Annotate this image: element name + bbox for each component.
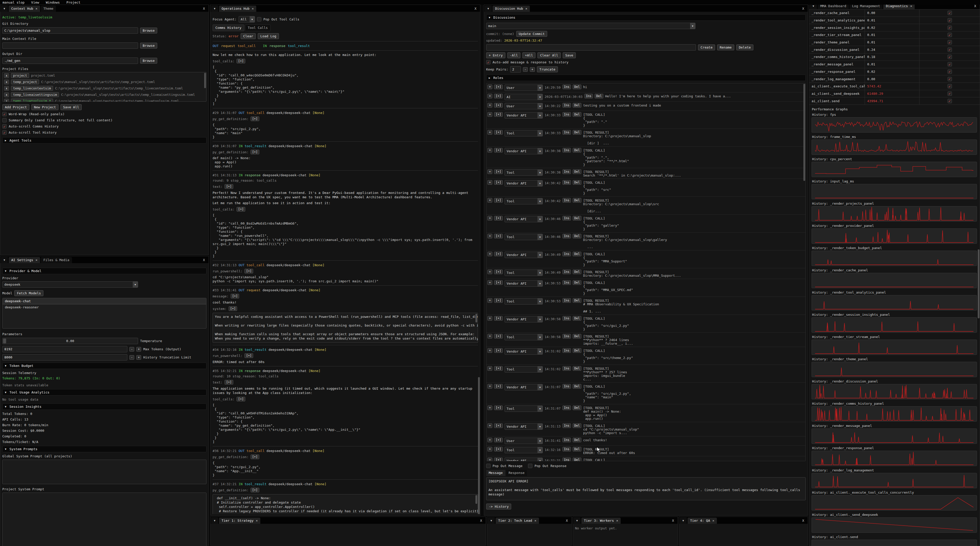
expand-entry-button[interactable]: [+] <box>494 384 503 389</box>
role-select[interactable]: Tool▼ <box>504 270 543 276</box>
scroll-box[interactable]: You are a helpful coding assistant with … <box>213 313 478 343</box>
provider-select[interactable]: deepseek▼ <box>2 281 138 288</box>
new-project-button[interactable]: New Project <box>32 104 59 110</box>
role-select[interactable]: Vendor API▼ <box>504 348 543 354</box>
role-select[interactable]: User▼ <box>504 103 543 109</box>
menu-item-view[interactable]: View <box>31 0 39 4</box>
delete-entry-button[interactable]: Del <box>573 216 581 220</box>
insert-button[interactable]: Ins <box>563 130 571 135</box>
timing-checkbox[interactable]: ✓ <box>948 11 952 15</box>
delete-entry-button[interactable]: Del <box>573 366 581 371</box>
truncation-plus-button[interactable]: + <box>136 355 141 360</box>
expand-button[interactable]: [+] <box>245 353 253 358</box>
role-select[interactable]: Vendor API▼ <box>504 316 543 322</box>
role-select[interactable]: Tool▼ <box>504 298 543 305</box>
add-entry-button[interactable]: + <box>487 366 492 371</box>
delete-entry-button[interactable]: Del <box>573 458 581 461</box>
tab-tool-calls[interactable]: Tool Calls <box>245 24 270 31</box>
keep-pairs-input[interactable]: 2 <box>510 66 521 73</box>
panel-menu-icon[interactable]: ▼ <box>573 517 581 524</box>
delete-entry-button[interactable]: Del <box>595 94 603 98</box>
delete-entry-button[interactable]: Del <box>573 384 581 389</box>
keep-pairs-minus-button[interactable]: - <box>523 67 528 72</box>
token-budget-header[interactable]: ▼Token Budget <box>2 362 207 369</box>
expand-entry-button[interactable]: [+] <box>494 252 503 256</box>
add-entry-button[interactable]: + <box>487 94 492 98</box>
expand-entry-button[interactable]: [+] <box>494 103 503 108</box>
word-wrap-read-only-panels-checkbox[interactable]: ✓ <box>2 112 6 116</box>
delete-entry-button[interactable]: Del <box>573 298 581 303</box>
expand-entry-button[interactable]: [+] <box>494 216 503 220</box>
model-item-deepseek-reasoner[interactable]: deepseek-reasoner <box>3 304 206 310</box>
to-history-button[interactable]: -> History <box>486 504 511 509</box>
tab-discussion-hub[interactable]: Discussion Hub× <box>493 6 530 12</box>
delete-button[interactable]: Delete <box>736 45 753 50</box>
add-entry-button[interactable]: + <box>487 169 492 174</box>
tab-tier-1-strategy[interactable]: Tier 1: Strategy× <box>219 518 260 524</box>
tool-usage-header[interactable]: ▼Tool Usage Analytics <box>2 389 207 396</box>
expand-entry-button[interactable]: [+] <box>494 280 503 285</box>
tab-tier-3-workers[interactable]: Tier 3: Workers× <box>581 518 620 524</box>
system-prompts-header[interactable]: ▼System Prompts <box>2 446 207 452</box>
output-dir-input[interactable]: ./md_gen <box>2 57 138 64</box>
panel-close-icon[interactable]: X <box>971 4 979 8</box>
add-entry-button[interactable]: + <box>487 406 492 410</box>
tab-tier-4-qa[interactable]: Tier 4: QA× <box>687 518 717 524</box>
popout-message-checkbox[interactable] <box>486 464 490 468</box>
entries-scrollbar[interactable] <box>803 84 805 181</box>
expand-entry-button[interactable]: [+] <box>494 130 503 135</box>
add-entry-button[interactable]: + <box>487 85 492 89</box>
timing-checkbox[interactable]: ✓ <box>948 62 952 66</box>
remove-file-button[interactable]: x <box>4 80 9 84</box>
add-entry-button[interactable]: + <box>487 148 492 153</box>
add-entry-button[interactable]: + <box>487 234 492 238</box>
panel-close-icon[interactable]: X <box>471 6 479 11</box>
tab-operations-hub[interactable]: Operations Hub× <box>219 6 256 12</box>
delete-entry-button[interactable]: Del <box>573 85 581 89</box>
load-log-button[interactable]: Load Log <box>258 33 279 39</box>
all-button[interactable]: +All <box>522 53 535 58</box>
rename-button[interactable]: Rename <box>717 45 734 50</box>
truncation-minus-button[interactable]: - <box>129 355 134 360</box>
insert-button[interactable]: Ins <box>563 423 571 428</box>
close-icon[interactable]: × <box>535 519 536 522</box>
max-tokens-minus-button[interactable]: - <box>129 347 134 351</box>
temperature-slider[interactable]: 0.00 <box>2 338 138 344</box>
expand-button[interactable]: [+] <box>224 380 233 385</box>
close-icon[interactable]: × <box>616 519 618 522</box>
file-tag[interactable]: temp_livetoolssim * <box>11 99 53 102</box>
add-entry-button[interactable]: + <box>487 298 492 303</box>
expand-entry-button[interactable]: [+] <box>494 406 503 410</box>
popout-response-checkbox[interactable] <box>528 464 532 468</box>
add-entry-button[interactable]: + <box>487 112 492 117</box>
main-context-browse-button[interactable]: Browse <box>140 43 157 48</box>
add-entry-button[interactable]: + <box>487 384 492 389</box>
menu-item-manual-slop[interactable]: manual slop <box>3 0 24 4</box>
close-icon[interactable]: × <box>252 6 254 11</box>
add-entry-button[interactable]: + <box>487 198 492 203</box>
insert-button[interactable]: Ins <box>563 85 571 89</box>
close-icon[interactable]: × <box>712 519 714 522</box>
add-entry-button[interactable]: + <box>487 437 492 442</box>
menu-item-windows[interactable]: Windows <box>46 0 60 4</box>
panel-close-icon[interactable]: X <box>563 519 571 522</box>
role-select[interactable]: Vendor API▼ <box>504 112 543 118</box>
close-icon[interactable]: × <box>910 4 912 8</box>
expand-button[interactable]: [+] <box>245 269 253 273</box>
delete-entry-button[interactable]: Del <box>573 334 581 338</box>
delete-entry-button[interactable]: Del <box>573 437 581 442</box>
delete-entry-button[interactable]: Del <box>573 280 581 285</box>
add-entry-button[interactable]: + <box>487 252 492 256</box>
max-tokens-plus-button[interactable]: + <box>136 347 141 351</box>
delete-entry-button[interactable]: Del <box>573 198 581 203</box>
delete-entry-button[interactable]: Del <box>573 406 581 410</box>
remove-file-button[interactable]: x <box>4 86 9 91</box>
add-entry-button[interactable]: + <box>487 316 492 321</box>
insert-button[interactable]: Ins <box>563 447 571 452</box>
panel-close-icon[interactable]: X <box>799 6 807 11</box>
panel-menu-icon[interactable]: ▼ <box>211 517 218 524</box>
role-select[interactable]: User▼ <box>504 437 543 444</box>
insert-button[interactable]: Ins <box>563 252 571 256</box>
max-tokens-input[interactable]: 8192 <box>2 346 127 352</box>
role-select[interactable]: Tool▼ <box>504 334 543 340</box>
